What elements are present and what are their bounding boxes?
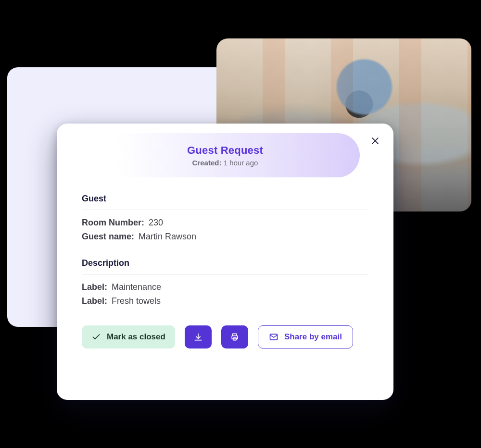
download-icon — [193, 332, 203, 342]
print-icon — [230, 332, 240, 342]
room-value: 230 — [149, 218, 163, 227]
card-title: Guest Request — [187, 144, 263, 157]
created-value: 1 hour ago — [224, 159, 258, 167]
mark-closed-label: Mark as closed — [107, 332, 165, 342]
description-label: Label: — [82, 296, 107, 306]
guest-name-value: Martin Rawson — [139, 232, 196, 241]
share-email-button[interactable]: Share by email — [258, 325, 353, 348]
mail-icon — [269, 332, 278, 342]
guest-name-label: Guest name: — [82, 232, 134, 241]
guest-section: Guest Room Number: 230 Guest name: Marti… — [82, 194, 368, 242]
created-line: Created: 1 hour ago — [192, 159, 258, 167]
room-label: Room Number: — [82, 218, 144, 227]
close-icon — [370, 136, 380, 146]
description-value: Maintenance — [112, 282, 161, 292]
description-row: Label: Maintenance — [82, 282, 368, 292]
guest-heading: Guest — [82, 194, 368, 210]
mark-closed-button[interactable]: Mark as closed — [82, 325, 175, 348]
description-row: Label: Fresh towels — [82, 296, 368, 306]
description-heading: Description — [82, 258, 368, 274]
guest-request-card: Guest Request Created: 1 hour ago Guest … — [57, 124, 393, 400]
room-row: Room Number: 230 — [82, 218, 368, 228]
description-value: Fresh towels — [112, 296, 161, 306]
card-actions: Mark as closed Share by email — [82, 325, 368, 348]
description-label: Label: — [82, 282, 107, 292]
description-section: Description Label: Maintenance Label: Fr… — [82, 258, 368, 306]
download-button[interactable] — [185, 325, 212, 348]
close-button[interactable] — [368, 134, 382, 148]
share-email-label: Share by email — [284, 332, 342, 342]
check-icon — [91, 332, 101, 342]
print-button[interactable] — [221, 325, 248, 348]
guest-name-row: Guest name: Martin Rawson — [82, 232, 368, 242]
header-pill: Guest Request Created: 1 hour ago — [90, 133, 360, 177]
created-label: Created: — [192, 159, 222, 167]
